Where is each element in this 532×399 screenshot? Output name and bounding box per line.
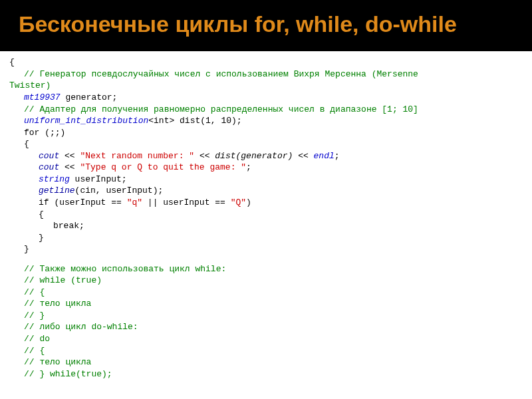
type: string — [39, 174, 70, 184]
declaration: generator; — [61, 92, 118, 102]
slide-title: Бесконечные циклы for, while, do-while — [19, 12, 513, 37]
call: getline — [39, 186, 75, 196]
code-line: } — [9, 232, 523, 244]
brace: } — [24, 244, 29, 254]
code-line: // } while(true); — [9, 368, 523, 380]
code-line: string userInput; — [9, 174, 523, 186]
type: uniform_int_distribution — [24, 116, 148, 126]
code-line: cout << "Type q or Q to quit the game: "… — [9, 162, 523, 174]
endl: endl — [314, 151, 334, 161]
code-line: // Адаптер для получения равномерно расп… — [9, 104, 523, 116]
code-line: // Также можно использовать цикл while: — [9, 263, 523, 275]
comment: // либо цикл do-while: — [24, 322, 138, 332]
if-stmt: ) — [246, 198, 251, 207]
code-line: { — [9, 57, 523, 68]
code-line: { — [9, 209, 523, 221]
code-line: if (userInput == "q" || userInput == "Q"… — [9, 197, 523, 209]
comment: // тело цикла — [24, 299, 91, 309]
code-line: // Генератор псевдослучайных чисел с исп… — [9, 68, 523, 80]
code-line: { — [9, 138, 523, 150]
code-line: getline(cin, userInput); — [9, 185, 523, 197]
semicolon: ; — [334, 151, 340, 161]
call: dist(generator) — [215, 151, 293, 161]
comment: // Генератор псевдослучайных чисел с исп… — [24, 69, 418, 79]
string: "Next random number: " — [80, 151, 194, 161]
brace: { — [24, 139, 29, 149]
comment: // } while(true); — [24, 369, 112, 379]
type: mt19937 — [24, 92, 61, 102]
op: << — [293, 151, 313, 161]
code-line: Twister) — [9, 80, 523, 92]
comment: // { — [24, 346, 45, 356]
string: "Type q or Q to quit the game: " — [80, 162, 246, 172]
comment: // do — [24, 334, 50, 344]
brace: { — [9, 57, 15, 67]
code-block: { // Генератор псевдослучайных чисел с и… — [0, 51, 532, 386]
comment: // тело цикла — [24, 357, 91, 367]
op: << — [194, 151, 215, 161]
break: break; — [53, 221, 84, 231]
code-line: // do — [9, 333, 523, 345]
code-line: uniform_int_distribution<int> dist(1, 10… — [9, 115, 523, 127]
code-line: } — [9, 243, 523, 255]
code-line: // либо цикл do-while: — [9, 321, 523, 333]
for-stmt: for (;;) — [24, 128, 65, 138]
comment: // Также можно использовать цикл while: — [24, 264, 226, 274]
semicolon: ; — [246, 162, 251, 172]
code-line: break; — [9, 220, 523, 232]
op: << — [59, 162, 80, 172]
if-stmt: || userInput == — [142, 198, 231, 207]
declaration: userInput; — [70, 174, 127, 184]
comment: // } — [24, 311, 45, 321]
op: << — [59, 151, 80, 161]
code-line: // } — [9, 310, 523, 322]
comment: Twister) — [9, 80, 51, 90]
code-line: // { — [9, 345, 523, 357]
cout: cout — [39, 151, 59, 161]
code-line: // { — [9, 287, 523, 299]
code-line: for (;;) — [9, 127, 523, 139]
slide-header: Бесконечные циклы for, while, do-while — [0, 0, 532, 51]
brace: } — [39, 233, 44, 243]
code-line: // while (true) — [9, 275, 523, 287]
string: "Q" — [231, 198, 246, 207]
code-line: // тело цикла — [9, 356, 523, 368]
brace: { — [39, 209, 44, 219]
if-stmt: if (userInput == — [39, 198, 127, 207]
code-line: // тело цикла — [9, 298, 523, 310]
comment: // Адаптер для получения равномерно расп… — [24, 104, 418, 114]
string: "q" — [127, 198, 142, 207]
cout: cout — [39, 162, 59, 172]
comment: // while (true) — [24, 275, 102, 285]
args: (cin, userInput); — [75, 186, 164, 196]
spacer — [9, 255, 523, 263]
code-line: cout << "Next random number: " << dist(g… — [9, 150, 523, 162]
comment: // { — [24, 287, 45, 297]
code-line: mt19937 generator; — [9, 92, 523, 104]
declaration: <int> dist(1, 10); — [148, 116, 241, 126]
